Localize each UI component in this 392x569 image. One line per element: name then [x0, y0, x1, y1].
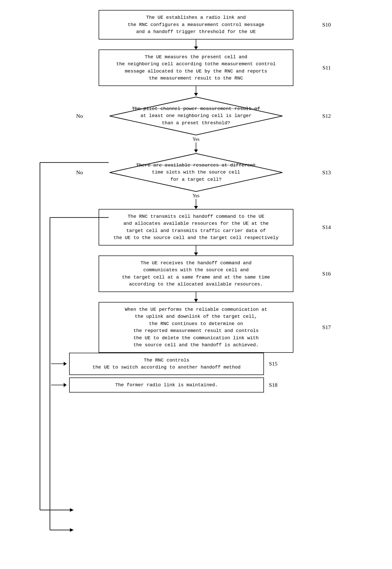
- step-s11-box: The UE measures the present cell and the…: [99, 50, 293, 86]
- step-s13-diamond-text: There are available resources at differe…: [131, 162, 261, 183]
- step-s12-diamond-text: The pilot channel power measurement resu…: [131, 105, 261, 127]
- step-s18-left-line: [51, 385, 64, 385]
- step-s10-wrapper: The UE establishes a radio link and the …: [46, 10, 346, 40]
- step-s13-label: S13: [322, 169, 331, 176]
- step-s18-arrow-right-icon: [64, 383, 67, 387]
- step-s12-text-strike: The pilot channel power measurement resu…: [132, 106, 260, 112]
- step-s12-wrapper: No The pilot channel power measurement r…: [46, 96, 346, 136]
- step-s10-text: The UE establishes a radio link and the …: [128, 15, 264, 34]
- arrow-s13-s14: [196, 199, 196, 209]
- step-s11-text: The UE measures the present cell and the…: [116, 54, 276, 81]
- step-s18-label: S18: [269, 382, 277, 388]
- step-s18-box: The former radio link is maintained.: [69, 378, 264, 393]
- step-s13-text-strike: There are available resources at differe…: [136, 162, 256, 168]
- step-s12-yes: Yes: [193, 136, 199, 142]
- bottom-section: The RNC controls the UE to switch accord…: [46, 353, 346, 393]
- arrow-s16-s17: [196, 292, 196, 302]
- svg-marker-5: [70, 508, 74, 512]
- arrow-s12-s13: [196, 142, 196, 152]
- step-s15-arrow-right-icon: [64, 362, 67, 366]
- step-s16-text: The UE receives the handoff command and …: [122, 260, 270, 287]
- step-s15-left-line: [51, 364, 64, 364]
- step-s12-text-normal: at least one neighboring cell is larger …: [141, 113, 252, 126]
- step-s17-text: When the UE performs the reliable commun…: [125, 307, 267, 348]
- step-s13-text-normal: time slots with the source cell for a ta…: [152, 170, 240, 182]
- arrow-s11-s12: [196, 86, 196, 96]
- step-s14-label: S14: [322, 224, 331, 230]
- step-s16-box: The UE receives the handoff command and …: [99, 256, 293, 292]
- step-s16-label: S16: [322, 270, 331, 277]
- step-s18-row: The former radio link is maintained. S18: [46, 378, 346, 393]
- step-s12-label: S12: [322, 113, 331, 119]
- gap-s15-s18: [46, 375, 346, 378]
- step-s15-box: The RNC controls the UE to switch accord…: [69, 353, 264, 375]
- step-s13-wrapper: No There are available resources at diff…: [46, 152, 346, 192]
- step-s18-left-arrow: [51, 383, 67, 387]
- step-s17-wrapper: When the UE performs the reliable commun…: [46, 302, 346, 353]
- step-s17-box: When the UE performs the reliable commun…: [99, 302, 293, 353]
- step-s15-text: The RNC controls the UE to switch accord…: [93, 358, 241, 370]
- step-s13-diamond-container: There are available resources at differe…: [99, 152, 293, 192]
- step-s17-label: S17: [322, 324, 331, 330]
- step-s12-diamond-container: The pilot channel power measurement resu…: [99, 96, 293, 136]
- step-s15-left-arrow: [51, 362, 67, 366]
- step-s15-row: The RNC controls the UE to switch accord…: [46, 353, 346, 375]
- step-s13-yes: Yes: [193, 193, 199, 198]
- flowchart-diagram: The UE establishes a radio link and the …: [46, 10, 346, 392]
- step-s13-diamond: There are available resources at differe…: [109, 152, 283, 192]
- step-s13-no: No: [76, 169, 83, 176]
- step-s12-no: No: [76, 113, 83, 119]
- step-s10-label: S10: [322, 22, 331, 28]
- step-s12-diamond: The pilot channel power measurement resu…: [109, 96, 283, 136]
- step-s16-wrapper: The UE receives the handoff command and …: [46, 256, 346, 292]
- step-s11-wrapper: The UE measures the present cell and the…: [46, 50, 346, 86]
- step-s18-text: The former radio link is maintained.: [115, 382, 218, 388]
- step-s10-box: The UE establishes a radio link and the …: [99, 10, 293, 40]
- step-s14-box: The RNC transmits cell handoff command t…: [99, 209, 293, 246]
- step-s14-wrapper: The RNC transmits cell handoff command t…: [46, 209, 346, 246]
- svg-marker-9: [70, 528, 74, 532]
- step-s14-text: The RNC transmits cell handoff command t…: [113, 214, 278, 241]
- step-s11-label: S11: [323, 64, 331, 71]
- step-s15-label: S15: [269, 360, 277, 367]
- arrow-s10-s11: [196, 40, 196, 50]
- arrow-s14-s16: [196, 246, 196, 256]
